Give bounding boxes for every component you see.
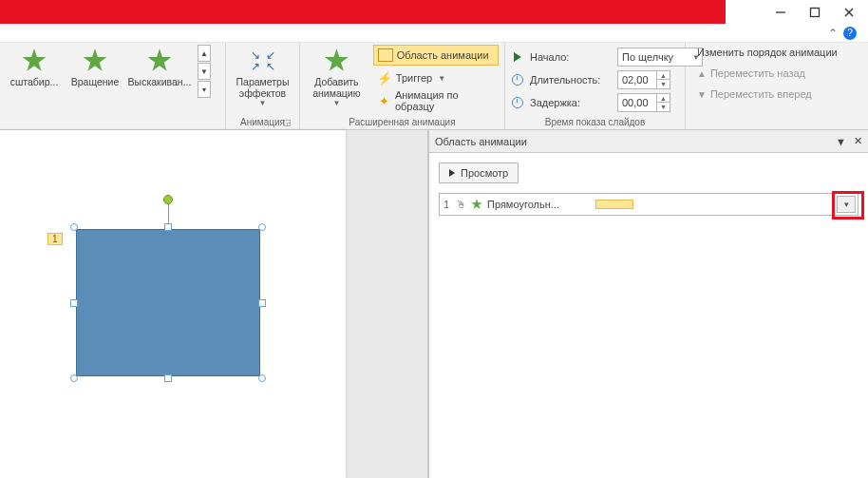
animation-list-item[interactable]: 1 🖱 Прямоугольн... ▾ [440, 194, 858, 215]
preview-button[interactable]: Просмотр [439, 163, 519, 183]
delay-spinner[interactable]: 00,00 ▲▼ [617, 93, 670, 112]
move-earlier-button[interactable]: ▲ Переместить назад [697, 64, 838, 83]
ribbon: сштабир... Вращение Выскакиван... ▲ ▼ ▾ [0, 43, 868, 130]
rotation-handle[interactable] [163, 195, 173, 204]
arrow-up-icon: ▲ [697, 68, 707, 79]
gallery-up-icon: ▲ [198, 45, 211, 62]
item-order: 1 [440, 199, 453, 210]
animation-list: 1 🖱 Прямоугольн... ▾ [439, 193, 859, 216]
chevron-down-icon: ▼ [259, 99, 267, 107]
gallery-more-icon: ▾ [198, 81, 211, 98]
slide-canvas[interactable]: 1 [0, 130, 428, 478]
group-label: Анимация ◲ [232, 115, 293, 129]
star-plus-icon [324, 48, 349, 73]
lightning-icon: ⚡ [377, 70, 392, 86]
mouse-icon: 🖱 [453, 199, 468, 210]
help-button[interactable]: ? [843, 27, 857, 40]
group-label: Время показа слайдов [511, 115, 679, 129]
animation-pane: Область анимации ▼ ✕ Просмотр 1 🖱 Прямоу… [428, 130, 868, 478]
star-icon [147, 48, 172, 73]
clock-icon [511, 96, 524, 109]
gallery-down-icon: ▼ [198, 63, 211, 80]
star-icon [22, 48, 47, 73]
pane-body: Просмотр 1 🖱 Прямоугольн... ▾ [429, 153, 868, 478]
resize-handle[interactable] [70, 299, 78, 307]
move-later-button[interactable]: ▼ Переместить вперед [697, 85, 838, 104]
effect-scale-button[interactable]: сштабир... [6, 45, 63, 90]
group-label [6, 125, 219, 129]
chevron-down-icon: ▼ [332, 99, 340, 107]
trigger-button[interactable]: ⚡ Триггер ▼ [373, 67, 499, 88]
effect-bounce-button[interactable]: Выскакиван... [127, 45, 192, 90]
rotation-connector [168, 202, 169, 223]
resize-handle[interactable] [70, 223, 78, 231]
play-icon [511, 50, 524, 64]
resize-handle[interactable] [258, 299, 266, 307]
clock-icon [511, 73, 524, 86]
selected-shape[interactable] [70, 223, 266, 382]
animation-order-tag[interactable]: 1 [47, 233, 63, 245]
timing-group: Начало: По щелчку ▼ Длительность: 02,00 … [505, 43, 686, 129]
arrows-in-icon: ↘↙ ↗↖ [251, 48, 275, 73]
pane-header: Область анимации ▼ ✕ [429, 130, 868, 153]
add-animation-button[interactable]: Добавить анимацию ▼ [306, 45, 368, 109]
maximize-button[interactable] [809, 7, 821, 18]
chevron-down-icon: ▼ [438, 74, 445, 83]
window-controls [726, 0, 868, 24]
title-bar-accent [0, 0, 726, 24]
workspace: 1 Область анимации ▼ ✕ Просмотр [0, 130, 868, 478]
resize-handle[interactable] [164, 374, 172, 382]
minimize-button[interactable] [775, 7, 786, 18]
group-label [691, 125, 862, 129]
pane-menu-button[interactable]: ▼ [836, 136, 846, 147]
gallery-scroll[interactable]: ▲ ▼ ▾ [198, 45, 211, 98]
pane-title: Область анимации [435, 136, 527, 147]
item-menu-button[interactable]: ▾ [837, 196, 856, 213]
resize-handle[interactable] [70, 374, 78, 382]
group-label: Расширенная анимация [306, 115, 499, 129]
svg-rect-1 [811, 8, 820, 16]
resize-handle[interactable] [258, 374, 266, 382]
brush-icon: ✦ [377, 93, 391, 108]
pane-icon [378, 48, 393, 62]
resize-handle[interactable] [164, 223, 172, 231]
advanced-animation-group: Добавить анимацию ▼ Область анимации ⚡ Т… [300, 43, 505, 129]
arrow-down-icon: ▼ [697, 89, 707, 100]
animation-pane-button[interactable]: Область анимации [373, 45, 499, 66]
animation-painter-button[interactable]: ✦ Анимация по образцу [373, 90, 499, 111]
reorder-group: Изменить порядок анимации ▲ Переместить … [686, 43, 868, 129]
spin-down-icon: ▼ [657, 80, 670, 88]
duration-label: Длительность: [530, 74, 612, 86]
ribbon-help-bar: ⌃ ? [0, 24, 868, 43]
spin-up-icon: ▲ [657, 71, 670, 80]
dialog-launcher-icon[interactable]: ◲ [283, 118, 292, 127]
timeline-bar[interactable] [595, 200, 633, 209]
effect-spin-button[interactable]: Вращение [66, 45, 123, 90]
item-name: Прямоугольн... [485, 199, 590, 210]
resize-handle[interactable] [258, 223, 266, 231]
title-bar [0, 0, 868, 24]
star-icon [83, 48, 107, 73]
spin-up-icon: ▲ [657, 94, 670, 103]
pane-close-button[interactable]: ✕ [854, 135, 862, 147]
close-button[interactable] [843, 7, 855, 18]
collapse-ribbon-button[interactable]: ⌃ [828, 27, 838, 40]
play-icon [449, 169, 455, 177]
effect-options-button[interactable]: ↘↙ ↗↖ Параметры эффектов ▼ [232, 45, 293, 109]
delay-label: Задержка: [530, 97, 612, 108]
entrance-icon [468, 199, 485, 210]
spin-down-icon: ▼ [657, 103, 670, 111]
effect-options-group: ↘↙ ↗↖ Параметры эффектов ▼ Анимация ◲ [226, 43, 300, 129]
duration-spinner[interactable]: 02,00 ▲▼ [617, 70, 670, 89]
animation-gallery-group: сштабир... Вращение Выскакиван... ▲ ▼ ▾ [0, 43, 226, 129]
start-label: Начало: [530, 51, 612, 63]
rectangle-shape[interactable] [76, 229, 260, 376]
reorder-title: Изменить порядок анимации [697, 47, 838, 58]
